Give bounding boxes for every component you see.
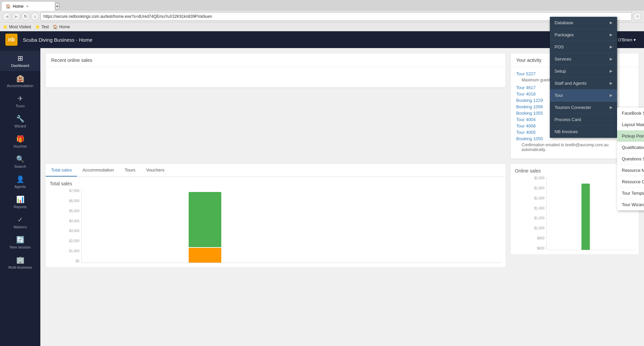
sidebar-item-waivers[interactable]: ✓ Waivers — [0, 212, 40, 232]
arrow-icon: ▶ — [610, 81, 612, 85]
total-sales-section: Total sales Accommodation Tours Vouchers… — [46, 164, 505, 267]
sidebar-item-label: Voucher — [13, 144, 27, 148]
tour-submenu: FaceBook Setup Layout Maintenance Pickup… — [617, 108, 644, 210]
app-container: nb Scuba Diving Business - Home ⚙ ▾ 👤 ▾ … — [0, 31, 644, 346]
bar-col-7 — [293, 189, 325, 263]
total-sales-title: Total sales — [50, 181, 501, 186]
dropdown-item-database[interactable]: Database ▶ — [550, 17, 617, 29]
arrow-icon: ▶ — [610, 57, 612, 61]
waivers-icon: ✓ — [17, 216, 23, 224]
arrow-icon: ▶ — [610, 69, 612, 73]
bookmark-home[interactable]: 🏠 Home — [53, 25, 70, 29]
new-tab-button[interactable]: + — [55, 3, 59, 9]
submenu-item-questions-setup[interactable]: Questions Setup — [617, 153, 644, 165]
wizard-icon: 🔧 — [16, 115, 25, 123]
tab-vouchers[interactable]: Vouchers — [141, 164, 169, 177]
submenu-item-tour-wizard[interactable]: Tour Wizard — [617, 199, 644, 210]
dropdown-item-tourism-connecter[interactable]: Tourism Connecter ▶ — [550, 102, 617, 114]
submenu-item-layout-maintenance[interactable]: Layout Maintenance — [617, 119, 644, 130]
sidebar: ⊞ Dashboard 🏨 Accommodation ✈ Tours 🔧 Wi… — [0, 48, 40, 346]
dropdown-item-nb-invoices[interactable]: NB Invoices — [550, 126, 617, 138]
tab-total-sales[interactable]: Total sales — [46, 164, 77, 177]
activity-sub-booking1050: Confirmation emailed to bretth@aucomp.co… — [522, 143, 633, 152]
submenu-item-pickup-points[interactable]: Pickup Points — [617, 130, 644, 142]
sidebar-item-label: Tours — [16, 104, 25, 108]
bar-col-3 — [154, 189, 187, 263]
sidebar-item-multi-business[interactable]: 🏢 Multi-business — [0, 253, 40, 273]
submenu-item-qualification-setup[interactable]: Qualification Setup — [617, 142, 644, 153]
multi-business-icon: 🏢 — [16, 256, 25, 264]
chart-wrapper: $7,000 $6,000 $5,000 $4,000 $3,000 $2,00… — [50, 189, 501, 263]
bar-col-8 — [327, 189, 360, 263]
search-icon: 🔍 — [16, 155, 25, 163]
bookmark-most-visited[interactable]: ⭐ Most Visited — [3, 25, 31, 29]
sidebar-item-accommodation[interactable]: 🏨 Accommodation — [0, 71, 40, 91]
browser-chrome: 🏠 Home × + ◀ ▶ ↻ ⌂ ☆ ⭐ Most Visited ⭐ Te… — [0, 0, 644, 31]
sidebar-item-label: New session — [10, 245, 31, 249]
dropdown-item-tour[interactable]: Tour ▶ — [550, 89, 617, 102]
online-bar-col-1 — [550, 176, 559, 250]
back-button[interactable]: ◀ — [3, 12, 11, 21]
bookmark-test[interactable]: ⭐ Test — [35, 25, 49, 29]
home-button[interactable]: ⌂ — [31, 12, 39, 21]
dropdown-item-process-card[interactable]: Process Card — [550, 114, 617, 126]
bar-col-6 — [258, 189, 291, 263]
online-sales-title: Online sales — [515, 168, 635, 174]
tab-close-button[interactable]: × — [26, 4, 29, 9]
online-chart-wrapper: $2,000 $1,800 $1,600 $1,400 $1,200 $1,00… — [515, 176, 635, 250]
online-bar-col-3 — [571, 176, 579, 250]
dropdown-item-packages[interactable]: Packages ▶ — [550, 29, 617, 41]
total-sales-chart: Total sales $7,000 $6,000 $5,000 $4,000 … — [46, 177, 505, 267]
settings-dropdown-menu: Database ▶ Packages ▶ POS ▶ Services ▶ S… — [550, 17, 617, 138]
online-bar-col-2 — [561, 176, 569, 250]
bar-green-4 — [189, 192, 221, 247]
bar-col-5 — [223, 189, 256, 263]
sidebar-item-reports[interactable]: 📊 Reports — [0, 192, 40, 212]
total-sales-bar-chart — [81, 189, 501, 263]
dropdown-item-staff-and-agents[interactable]: Staff and Agents ▶ — [550, 77, 617, 89]
bar-orange-4 — [189, 248, 221, 263]
sidebar-item-label: Search — [14, 164, 26, 168]
sidebar-item-search[interactable]: 🔍 Search — [0, 152, 40, 172]
recent-sales-content — [46, 67, 505, 87]
sidebar-item-tours[interactable]: ✈ Tours — [0, 91, 40, 111]
chart-tabs: Total sales Accommodation Tours Vouchers — [46, 164, 505, 177]
bar-col-1 — [85, 189, 118, 263]
sidebar-item-dashboard[interactable]: ⊞ Dashboard — [0, 51, 40, 71]
forward-button[interactable]: ▶ — [12, 12, 20, 21]
sidebar-item-wizard[interactable]: 🔧 Wizard — [0, 111, 40, 131]
online-bar-col-6 — [602, 176, 610, 250]
y-axis-labels: $7,000 $6,000 $5,000 $4,000 $3,000 $2,00… — [67, 189, 81, 263]
submenu-item-resource-maintenance[interactable]: Resource Maintenance — [617, 165, 644, 176]
dropdown-item-setup[interactable]: Setup ▶ — [550, 65, 617, 77]
recent-sales-header: Recent online sales — [46, 53, 505, 67]
sidebar-item-new-session[interactable]: 🔄 New session — [0, 232, 40, 253]
recent-sales-section: Recent online sales — [46, 53, 505, 164]
sidebar-item-label: Reports — [14, 205, 27, 209]
sidebar-item-label: Wizard — [14, 124, 26, 128]
refresh-button[interactable]: ↻ — [22, 12, 30, 21]
tab-tours[interactable]: Tours — [119, 164, 141, 177]
bar-col-11 — [431, 189, 463, 263]
submenu-item-tour-template-setup[interactable]: Tour Template Setup — [617, 188, 644, 199]
sidebar-item-agents[interactable]: 👤 Agents — [0, 172, 40, 192]
submenu-item-facebook-setup[interactable]: FaceBook Setup — [617, 108, 644, 119]
sidebar-item-voucher[interactable]: 🎁 Voucher — [0, 131, 40, 152]
browser-tab-home[interactable]: 🏠 Home × — [1, 1, 55, 11]
bar-col-12 — [465, 189, 498, 263]
address-bar[interactable] — [40, 12, 632, 21]
arrow-icon: ▶ — [610, 45, 612, 49]
arrow-icon: ▶ — [610, 33, 612, 37]
new-session-icon: 🔄 — [16, 236, 25, 244]
main-content: ⊞ Dashboard 🏨 Accommodation ✈ Tours 🔧 Wi… — [0, 48, 644, 346]
submenu-item-resource-calendar[interactable]: Resource Calendar — [617, 176, 644, 188]
bookmark-button[interactable]: ☆ — [633, 12, 641, 21]
bar-col-4 — [189, 189, 221, 263]
voucher-icon: 🎁 — [16, 135, 25, 143]
dropdown-item-pos[interactable]: POS ▶ — [550, 41, 617, 53]
tab-accommodation[interactable]: Accommodation — [77, 164, 119, 177]
browser-controls: ◀ ▶ ↻ ⌂ ☆ — [0, 11, 644, 22]
sidebar-item-label: Waivers — [13, 225, 27, 229]
online-bar-col-4 — [581, 176, 590, 250]
dropdown-item-services[interactable]: Services ▶ — [550, 53, 617, 65]
